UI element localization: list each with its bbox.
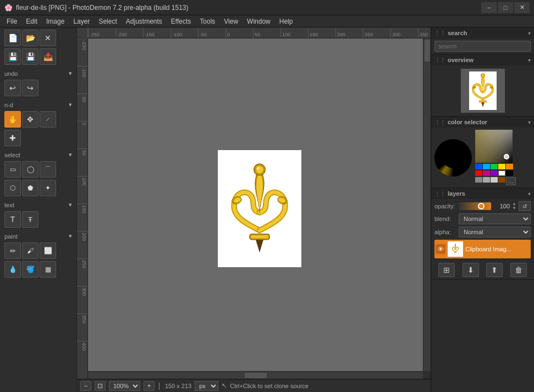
paint-header[interactable]: paint ▾	[2, 231, 74, 241]
zoom-fit-button[interactable]: ⊡	[95, 381, 106, 391]
swatch-gray1[interactable]	[475, 177, 482, 183]
color-selector-header[interactable]: ⋮⋮ color selector ▾	[431, 117, 534, 128]
swatch-gray3[interactable]	[491, 177, 498, 183]
select-header[interactable]: select ▾	[2, 150, 74, 160]
close-file-button[interactable]: ✕	[40, 30, 56, 46]
clone-button[interactable]: 💧	[4, 261, 21, 278]
svg-point-4	[256, 167, 259, 169]
export-button[interactable]: 📤	[40, 48, 56, 65]
color-wheel[interactable]	[434, 139, 472, 176]
zoom-out-button[interactable]: −	[80, 381, 91, 391]
search-drag-icon: ⋮⋮	[434, 30, 445, 36]
fill-button[interactable]: 🪣	[22, 261, 38, 278]
move-tool-button[interactable]: ✥	[22, 111, 38, 128]
swatch-magenta[interactable]	[483, 170, 490, 176]
layer-merge-down-button[interactable]: ⬇	[463, 263, 479, 277]
poly-lasso2-button[interactable]: ⬟	[22, 180, 38, 196]
layer-delete-button[interactable]: 🗑	[510, 263, 527, 277]
color-collapse-icon[interactable]: ▾	[528, 119, 531, 125]
undo-header[interactable]: undo ▾	[2, 68, 74, 79]
close-button[interactable]: ✕	[514, 2, 530, 13]
swatch-black[interactable]	[506, 170, 513, 176]
color-picker[interactable]	[475, 130, 513, 163]
maximize-button[interactable]: □	[498, 2, 513, 13]
canvas-scroll[interactable]	[88, 38, 431, 379]
menu-adjustments[interactable]: Adjustments	[122, 16, 167, 26]
ellipse-select-button[interactable]: ◯	[22, 161, 38, 178]
menu-tools[interactable]: Tools	[195, 16, 219, 26]
swatch-red[interactable]	[475, 170, 482, 176]
menu-file[interactable]: File	[2, 16, 21, 26]
text-header[interactable]: text ▾	[2, 200, 74, 210]
save-as-button[interactable]: 💾	[22, 48, 38, 65]
menu-edit[interactable]: Edit	[21, 16, 42, 26]
brush-button[interactable]: 🖌	[22, 242, 38, 259]
overview-header[interactable]: ⋮⋮ overview ▾	[431, 54, 534, 65]
text-path-button[interactable]: Ŧ	[22, 211, 38, 228]
text-tools-row: T Ŧ	[2, 210, 74, 229]
swatch-purple[interactable]	[491, 170, 498, 176]
magic-wand-button[interactable]: ✦	[40, 180, 56, 196]
crosshair-tool-button[interactable]: ✚	[4, 130, 21, 146]
menu-effects[interactable]: Effects	[167, 16, 195, 26]
swatch-cyan[interactable]	[483, 164, 490, 169]
opacity-knob[interactable]	[478, 203, 485, 209]
alpha-select[interactable]: Normal Inherit	[459, 227, 531, 238]
zoom-select[interactable]: 100% 50% 200% 25%	[109, 381, 140, 391]
opacity-slider[interactable]	[459, 202, 491, 210]
swatch-brown[interactable]	[498, 177, 505, 183]
nd-header[interactable]: n-d ▾	[2, 100, 74, 110]
pencil-button[interactable]: ✏	[4, 242, 21, 259]
search-input[interactable]	[434, 41, 531, 52]
search-box	[431, 38, 534, 54]
eraser-button[interactable]: ⬜	[40, 242, 56, 259]
new-button[interactable]: 📄	[4, 30, 21, 46]
zoom-in-button[interactable]: +	[144, 381, 155, 391]
swatch-yellow[interactable]	[498, 164, 505, 169]
menu-layer[interactable]: Layer	[69, 16, 94, 26]
scroll-thumb-horizontal[interactable]	[245, 373, 267, 378]
eyedropper-tool-button[interactable]: ⟋	[40, 111, 56, 128]
layer-add-button[interactable]: ⊞	[438, 263, 455, 277]
layer-visibility-button[interactable]: 👁	[436, 244, 445, 254]
opacity-reset-button[interactable]: ↺	[519, 201, 531, 211]
gradient-button[interactable]: ▦	[40, 261, 56, 278]
redo-button[interactable]: ↪	[22, 80, 38, 96]
menu-window[interactable]: Window	[243, 16, 275, 26]
opacity-down-arrow[interactable]: ▼	[512, 206, 516, 211]
svg-point-17	[455, 244, 456, 245]
search-header[interactable]: ⋮⋮ search ▾	[431, 27, 534, 38]
blend-select[interactable]: Normal Multiply Screen Overlay	[459, 213, 531, 224]
overview-collapse-icon[interactable]: ▾	[528, 57, 531, 63]
scroll-thumb-vertical[interactable]	[425, 40, 430, 62]
canvas-scrollbar-vertical[interactable]	[423, 38, 431, 371]
layer-item[interactable]: 👁 Clipboard Imag...	[434, 240, 531, 258]
undo-button[interactable]: ↩	[4, 80, 21, 96]
more-swatches-button[interactable]: …	[506, 177, 516, 185]
layer-flatten-button[interactable]: ⬆	[486, 263, 503, 277]
hand-tool-button[interactable]: ✋	[4, 111, 21, 128]
text-tool-button[interactable]: T	[4, 211, 21, 228]
swatch-blue[interactable]	[475, 164, 482, 169]
swatch-gray2[interactable]	[483, 177, 490, 183]
save-button[interactable]: 💾	[4, 48, 21, 65]
minimize-button[interactable]: −	[481, 2, 497, 13]
menu-select[interactable]: Select	[94, 16, 121, 26]
canvas-scrollbar-horizontal[interactable]	[88, 371, 423, 379]
swatch-green[interactable]	[491, 164, 498, 169]
layers-collapse-icon[interactable]: ▾	[528, 191, 531, 197]
menu-help[interactable]: Help	[275, 16, 298, 26]
menu-image[interactable]: Image	[42, 16, 69, 26]
unit-select[interactable]: px % in cm	[195, 381, 218, 391]
open-button[interactable]: 📂	[22, 30, 38, 46]
search-collapse-icon[interactable]: ▾	[528, 30, 531, 36]
layers-header[interactable]: ⋮⋮ layers ▾	[431, 188, 534, 199]
menu-view[interactable]: View	[219, 16, 243, 26]
lasso-button[interactable]: ⌒	[40, 161, 56, 178]
swatch-white[interactable]	[498, 170, 505, 176]
select-collapse-icon: ▾	[69, 151, 72, 158]
rect-select-button[interactable]: ▭	[4, 161, 21, 178]
undo-section: undo ▾ ↩ ↪	[0, 67, 76, 98]
swatch-orange[interactable]	[506, 164, 513, 169]
poly-lasso-button[interactable]: ⬡	[4, 180, 21, 196]
